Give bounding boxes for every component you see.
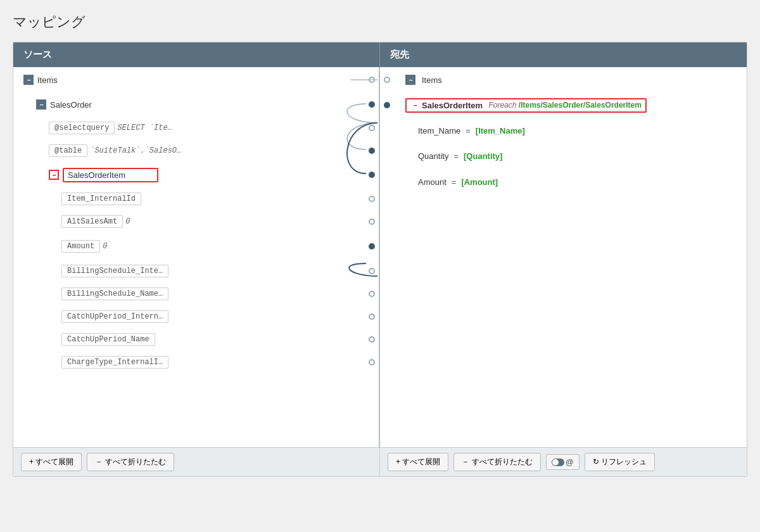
- dest-foreach-path: /Items/SalesOrder/SalesOrderItem: [516, 101, 641, 110]
- selectquery-value: SELECT `Ite…: [117, 124, 172, 132]
- source-catchupperiod-name: CatchUpPeriod_Name: [13, 328, 379, 351]
- source-table: @table `SuiteTalk`.`SalesO…: [13, 139, 379, 162]
- collapse-icon-salesorder[interactable]: －: [36, 99, 46, 110]
- collapse-icon-items[interactable]: －: [23, 75, 34, 85]
- dest-item-name-eq: =: [466, 126, 471, 136]
- altsalesamt-box: AltSalesAmt: [61, 215, 123, 228]
- connector-billingschedule-inte: [369, 268, 375, 274]
- item-internalid-box: Item_InternalId: [61, 193, 141, 205]
- source-amount: Amount 0: [13, 233, 379, 260]
- dest-amount-eq: =: [452, 177, 457, 187]
- connector-table: [369, 148, 375, 154]
- amount-box: Amount: [61, 240, 100, 253]
- connector-item-internalid: [369, 196, 375, 202]
- connector-altsalesamt: [369, 218, 375, 225]
- dest-expand-all-button[interactable]: + すべて展開: [388, 453, 448, 471]
- connector-salesorder: [369, 101, 375, 108]
- dest-amount-value: [Amount]: [461, 177, 498, 187]
- connector-items: [369, 77, 375, 83]
- collapse-icon-salesorderitem[interactable]: －: [49, 170, 59, 180]
- connector-catchupperiod-intern: [369, 314, 375, 320]
- dest-collapse-all-button[interactable]: － すべて折りたたむ: [453, 453, 540, 471]
- dest-connector-items: [384, 77, 390, 83]
- dest-item-name-label: Item_Name: [418, 126, 460, 136]
- source-altsalesamt: AltSalesAmt 0: [13, 210, 379, 233]
- dest-quantity: Quantity = [Quantity]: [380, 143, 747, 168]
- source-item-internalid: Item_InternalId: [13, 187, 379, 210]
- billingschedule-name-box: BillingSchedule_Name…: [61, 288, 168, 300]
- dest-amount-label: Amount: [418, 177, 446, 187]
- source-panel: － Items － SalesOrder @selectquery SELECT…: [13, 67, 380, 447]
- source-billingschedule-inte: BillingSchedule_Inte…: [13, 260, 379, 282]
- dest-salesorderitem: － SalesOrderItem Foreach /Items/SalesOrd…: [380, 92, 747, 118]
- source-salesorderitem: － SalesOrderItem: [13, 162, 379, 187]
- dest-panel: － Items － SalesOrderItem Foreach /Items/…: [380, 67, 747, 447]
- items-label: Items: [37, 75, 58, 85]
- source-chargetype-internali: ChargeType_InternalI…: [13, 351, 379, 374]
- source-header: ソース: [13, 42, 380, 67]
- billingschedule-inte-box: BillingSchedule_Inte…: [61, 265, 168, 277]
- source-salesorder: － SalesOrder: [13, 92, 379, 117]
- dest-salesorderitem-label: SalesOrderItem: [422, 101, 483, 110]
- source-catchupperiod-intern: CatchUpPeriod_Intern…: [13, 305, 379, 328]
- dest-connector-salesorderitem: [384, 102, 390, 108]
- table-value: `SuiteTalk`.`SalesO…: [90, 146, 181, 155]
- dest-header: 宛先: [380, 42, 747, 67]
- dest-collapse-icon-salesorderitem[interactable]: －: [410, 101, 419, 110]
- dest-quantity-eq: =: [453, 151, 459, 161]
- connector-salesorderitem: [369, 172, 375, 178]
- connector-billingschedule-name: [369, 291, 375, 297]
- salesorder-label: SalesOrder: [50, 100, 92, 110]
- toggle-circle: [552, 459, 564, 466]
- source-expand-all-button[interactable]: + すべて展開: [21, 453, 82, 471]
- footer-bar: + すべて展開 － すべて折りたたむ + すべて展開 － すべて折りたたむ @ …: [13, 447, 747, 476]
- source-selectquery: @selectquery SELECT `Ite…: [13, 117, 379, 139]
- mapping-body: － Items － SalesOrder @selectquery SELECT…: [13, 67, 747, 447]
- selectquery-box: @selectquery: [49, 122, 115, 134]
- source-items-root: － Items: [13, 67, 379, 92]
- source-collapse-all-button[interactable]: － すべて折りたたむ: [87, 453, 174, 471]
- connector-selectquery: [369, 125, 375, 131]
- mapping-header: ソース 宛先: [13, 42, 747, 67]
- dest-quantity-value: [Quantity]: [464, 151, 502, 161]
- salesorderitem-label: SalesOrderItem: [63, 168, 158, 182]
- altsalesamt-value: 0: [125, 217, 130, 226]
- mapping-container: ソース 宛先 － Items － SalesOrder @selectquery…: [13, 42, 747, 477]
- refresh-button[interactable]: ↻ リフレッシュ: [585, 453, 655, 471]
- connector-chargetype-internali: [369, 359, 375, 365]
- footer-dest: + すべて展開 － すべて折りたたむ @ ↻ リフレッシュ: [380, 448, 747, 476]
- connector-amount: [369, 243, 375, 250]
- amount-value: 0: [103, 242, 107, 251]
- connector-catchupperiod-name: [369, 336, 375, 343]
- chargetype-internali-box: ChargeType_InternalI…: [61, 356, 168, 369]
- dest-amount: Amount = [Amount]: [380, 168, 747, 195]
- dest-quantity-label: Quantity: [418, 151, 448, 161]
- page-title: マッピング: [13, 13, 747, 32]
- footer-source: + すべて展開 － すべて折りたたむ: [13, 448, 380, 476]
- table-box: @table: [49, 144, 87, 157]
- dest-item-name-value: [Item_Name]: [476, 126, 525, 136]
- dest-items-root: － Items: [380, 67, 747, 92]
- dest-collapse-icon-items[interactable]: －: [405, 75, 415, 85]
- dest-item-name: Item_Name = [Item_Name]: [380, 118, 747, 143]
- dest-items-label: Items: [422, 75, 442, 85]
- dest-foreach-label: Foreach: [486, 101, 516, 110]
- catchupperiod-intern-box: CatchUpPeriod_Intern…: [61, 310, 168, 323]
- toggle-button[interactable]: @: [546, 454, 580, 470]
- at-sign: @: [566, 457, 574, 467]
- catchupperiod-name-box: CatchUpPeriod_Name: [61, 333, 155, 346]
- source-billingschedule-name: BillingSchedule_Name…: [13, 282, 379, 305]
